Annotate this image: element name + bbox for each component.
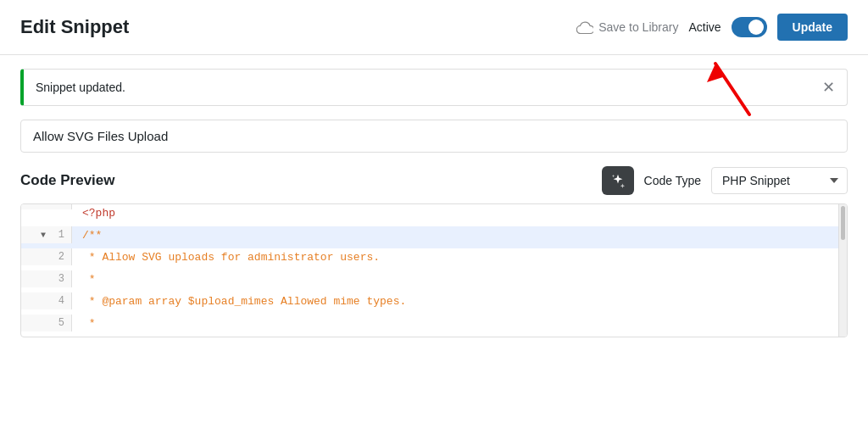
line-gutter: 4 <box>21 292 72 309</box>
line-content: <?php <box>72 204 838 222</box>
code-line: <?php <box>21 204 838 226</box>
line-number: 2 <box>51 251 64 263</box>
line-content: * @param array $upload_mimes Allowed mim… <box>72 292 838 310</box>
line-content: * <box>72 270 838 288</box>
line-gutter: 5 <box>21 315 72 331</box>
line-number: 3 <box>51 273 64 285</box>
code-token: * @param array $upload_mimes Allowed mim… <box>82 295 406 308</box>
line-content: * <box>72 315 838 332</box>
save-to-library-button[interactable]: Save to Library <box>576 20 678 34</box>
notification-close-button[interactable]: ✕ <box>822 80 835 95</box>
code-line: 5 * <box>21 315 838 337</box>
code-type-label: Code Type <box>644 174 701 187</box>
notification-message: Snippet updated. <box>36 81 125 94</box>
code-preview-controls: Code Type PHP Snippet JavaScript Snippet… <box>602 166 848 195</box>
code-type-select[interactable]: PHP Snippet JavaScript Snippet CSS Snipp… <box>711 167 848 194</box>
code-editor-wrap: <?php ▼ 1 /** 2 <box>21 204 847 337</box>
code-token: * <box>82 317 96 330</box>
page-wrapper: Edit Snippet Save to Library Active Upda… <box>0 0 868 440</box>
fold-arrow: ▼ <box>41 231 46 240</box>
update-button[interactable]: Update <box>777 14 848 41</box>
code-line: ▼ 1 /** <box>21 226 838 248</box>
line-gutter: ▼ 1 <box>21 226 72 243</box>
sparkles-icon <box>610 173 626 188</box>
code-lines-container[interactable]: <?php ▼ 1 /** 2 <box>21 204 838 337</box>
cloud-icon <box>576 20 593 34</box>
line-gutter: 3 <box>21 270 72 287</box>
code-editor: <?php ▼ 1 /** 2 <box>20 203 848 337</box>
line-number: 1 <box>51 229 64 241</box>
code-line: 2 * Allow SVG uploads for administrator … <box>21 248 838 270</box>
line-content: * Allow SVG uploads for administrator us… <box>72 248 838 266</box>
code-preview-title: Code Preview <box>20 172 115 189</box>
line-gutter <box>21 204 72 209</box>
code-token: <?php <box>82 207 115 220</box>
code-preview-header: Code Preview Code Type PHP Snippet JavaS… <box>20 166 848 195</box>
code-token: * <box>82 273 96 286</box>
line-content: /** <box>72 226 838 244</box>
code-token: * Allow SVG uploads for administrator us… <box>82 251 380 264</box>
scrollbar[interactable] <box>838 204 847 337</box>
line-number: 4 <box>51 295 64 307</box>
line-number: 5 <box>51 317 64 329</box>
code-line: 3 * <box>21 270 838 292</box>
snippet-name-input[interactable] <box>20 120 848 153</box>
scrollbar-thumb[interactable] <box>841 206 845 240</box>
header: Edit Snippet Save to Library Active Upda… <box>0 0 868 55</box>
code-token: /** <box>82 229 102 242</box>
content-area: Snippet updated. ✕ Code Preview Code Typ… <box>0 55 868 351</box>
notification-bar: Snippet updated. ✕ <box>20 69 848 106</box>
save-to-library-label: Save to Library <box>598 20 678 34</box>
active-label: Active <box>688 20 721 34</box>
active-toggle[interactable] <box>732 17 767 37</box>
ai-assist-button[interactable] <box>602 166 634 195</box>
toggle-slider <box>732 17 767 37</box>
page-title: Edit Snippet <box>20 16 129 38</box>
line-gutter: 2 <box>21 248 72 265</box>
code-line: 4 * @param array $upload_mimes Allowed m… <box>21 292 838 315</box>
header-actions: Save to Library Active Update <box>576 14 848 41</box>
